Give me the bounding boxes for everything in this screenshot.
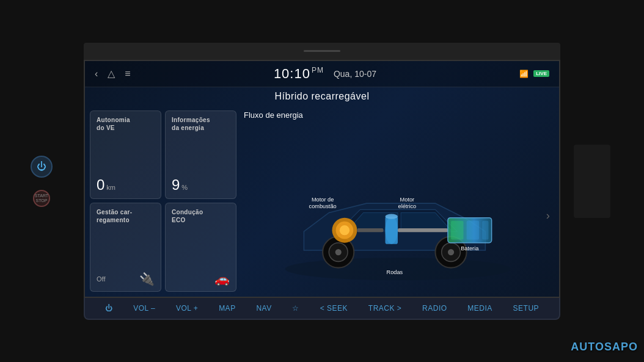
nav-button[interactable]: NAV	[256, 304, 271, 313]
svg-text:Rodas: Rodas	[387, 269, 403, 275]
date-display: Qua, 10-07	[334, 69, 376, 79]
menu-button[interactable]: ≡	[125, 68, 130, 79]
widget-autonomia-value: 0 km	[97, 176, 155, 194]
header-right: 📶 LIVE	[519, 70, 549, 78]
left-controls: ⏻ START STOP	[31, 156, 53, 207]
screen-header: ‹ △ ≡ 10:10PM Qua, 10-07 📶 LIVE	[85, 61, 559, 87]
media-button[interactable]: MEDIA	[467, 304, 492, 313]
svg-point-6	[448, 248, 454, 255]
main-screen: ‹ △ ≡ 10:10PM Qua, 10-07 📶 LIVE Híbrido …	[84, 60, 560, 298]
favorite-button[interactable]: ☆	[292, 304, 299, 313]
svg-text:combustão: combustão	[309, 203, 337, 209]
svg-rect-14	[398, 228, 448, 232]
header-center: 10:10PM Qua, 10-07	[274, 66, 376, 82]
radio-button[interactable]: RADIO	[422, 304, 447, 313]
watermark: AUTOSAPO	[571, 341, 638, 353]
energia-number: 9	[172, 176, 180, 194]
time-display: 10:10PM	[274, 66, 324, 82]
map-label: MAP	[219, 304, 236, 313]
car-dashboard: ⏻ START STOP ‹ △ ≡ 10:10PM Qua, 10-07 📶 …	[0, 0, 644, 362]
widget-informacoes-title: Informaçõesda energia	[172, 116, 230, 132]
svg-rect-18	[482, 220, 488, 239]
left-panel: Autonomiado VE 0 km Informaçõesda energi…	[90, 110, 236, 292]
power-button-physical[interactable]: ⏻	[31, 156, 53, 178]
autonomia-unit: km	[106, 184, 115, 191]
time-value: 10:10	[274, 66, 310, 81]
content-area: Autonomiado VE 0 km Informaçõesda energi…	[85, 106, 559, 297]
media-label: MEDIA	[467, 304, 492, 313]
svg-text:Bateria: Bateria	[461, 245, 479, 251]
radio-label: RADIO	[422, 304, 447, 313]
energy-title: Fluxo de energia	[241, 110, 554, 120]
map-button[interactable]: MAP	[219, 304, 236, 313]
watermark-prefix: AUTO	[571, 341, 604, 353]
signal-icon: 📶	[519, 70, 529, 78]
svg-text:elétrico: elétrico	[398, 203, 417, 209]
svg-rect-11	[386, 216, 398, 244]
widget-informacoes-value: 9 %	[172, 176, 230, 194]
charging-icon: 🔌	[139, 272, 155, 286]
widget-gestao[interactable]: Gestão car-regamento Off 🔌	[90, 203, 161, 292]
star-icon: ☆	[292, 304, 299, 313]
seek-label: < SEEK	[320, 304, 348, 313]
vol-plus-button[interactable]: VOL +	[176, 304, 198, 313]
setup-button[interactable]: SETUP	[513, 304, 540, 313]
svg-text:Motor: Motor	[400, 197, 415, 203]
right-side-panel	[574, 145, 610, 218]
gestao-status: Off	[97, 275, 105, 283]
vol-minus-button[interactable]: VOL –	[133, 304, 155, 313]
screen-title: Híbrido recarregável	[85, 87, 559, 106]
track-button[interactable]: TRACK >	[368, 304, 402, 313]
widget-autonomia[interactable]: Autonomiado VE 0 km	[90, 110, 161, 200]
nav-label: NAV	[256, 304, 271, 313]
live-badge: LIVE	[533, 70, 549, 77]
seek-button[interactable]: < SEEK	[320, 304, 348, 313]
vol-plus-label: VOL +	[176, 304, 198, 313]
svg-rect-16	[451, 220, 463, 239]
track-label: TRACK >	[368, 304, 402, 313]
power-control[interactable]: ⏻	[105, 304, 113, 313]
svg-point-9	[340, 225, 349, 234]
energia-unit: %	[181, 184, 188, 191]
svg-point-12	[386, 214, 398, 219]
back-button[interactable]: ‹	[95, 68, 98, 79]
top-bezel	[84, 43, 560, 60]
watermark-suffix: SAPO	[604, 341, 638, 353]
home-button[interactable]: △	[108, 68, 115, 79]
widget-informacoes[interactable]: Informaçõesda energia 9 %	[165, 110, 236, 200]
eco-drive-icon: 🚗	[214, 272, 230, 286]
bottom-control-bar: ⏻ VOL – VOL + MAP NAV ☆ < SEEK TRACK > R…	[84, 298, 560, 320]
autonomia-number: 0	[97, 176, 104, 194]
time-period: PM	[312, 66, 324, 74]
svg-point-3	[335, 248, 342, 255]
svg-text:Motor de: Motor de	[312, 197, 334, 203]
widget-conducao[interactable]: ConduçãoECO 🚗	[165, 203, 236, 292]
header-left: ‹ △ ≡	[95, 68, 131, 79]
energy-diagram: Motor de combustão Motor elétrico Bateri…	[241, 122, 554, 292]
vol-minus-label: VOL –	[133, 304, 155, 313]
power-icon: ⏻	[105, 304, 113, 313]
setup-label: SETUP	[513, 304, 540, 313]
right-panel: Fluxo de energia	[241, 110, 554, 292]
start-stop-button[interactable]: START STOP	[33, 190, 50, 207]
svg-rect-13	[357, 228, 383, 232]
svg-rect-17	[467, 220, 479, 239]
bezel-indicator	[304, 50, 340, 52]
widget-autonomia-title: Autonomiado VE	[97, 116, 155, 132]
svg-text:›: ›	[546, 208, 550, 221]
widget-conducao-title: ConduçãoECO	[172, 208, 230, 224]
widget-gestao-title: Gestão car-regamento	[97, 208, 155, 224]
